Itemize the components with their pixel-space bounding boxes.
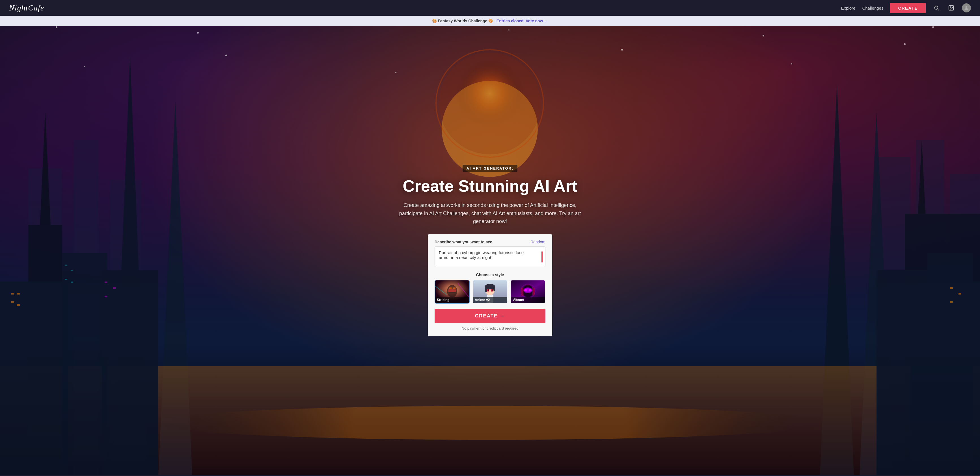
svg-rect-63 xyxy=(113,287,116,289)
svg-point-22 xyxy=(932,26,934,28)
svg-point-25 xyxy=(395,72,396,73)
svg-point-0 xyxy=(934,6,938,10)
style-item-anime[interactable]: Anime v2 xyxy=(473,280,508,303)
hero-subtitle-label: AI ART GENERATOR: xyxy=(463,165,518,172)
style-item-vibrant[interactable]: Vibrant xyxy=(511,280,546,303)
style-name-anime: Anime v2 xyxy=(473,297,507,303)
svg-rect-57 xyxy=(950,301,953,303)
svg-point-89 xyxy=(529,289,531,292)
hero-title: Create Stunning AI Art xyxy=(394,177,586,195)
svg-rect-56 xyxy=(959,293,961,295)
svg-rect-76 xyxy=(485,287,487,292)
svg-rect-60 xyxy=(65,279,67,280)
no-payment-notice: No payment or credit card required xyxy=(434,326,546,330)
style-grid: Striking xyxy=(434,280,546,303)
hero-description: Create amazing artworks in seconds using… xyxy=(394,201,586,225)
site-logo[interactable]: NightCafe xyxy=(9,3,44,13)
banner-challenge-name: Fantasy Worlds Challenge xyxy=(438,19,487,23)
style-item-striking[interactable]: Striking xyxy=(434,280,469,303)
svg-rect-47 xyxy=(102,270,158,475)
svg-point-28 xyxy=(904,43,906,45)
svg-rect-61 xyxy=(71,281,73,282)
svg-point-81 xyxy=(492,289,493,290)
svg-rect-50 xyxy=(910,281,980,475)
svg-point-88 xyxy=(524,289,527,292)
svg-rect-64 xyxy=(105,296,107,297)
svg-rect-62 xyxy=(105,281,107,283)
nav-create-button[interactable]: CREATE xyxy=(890,3,926,13)
navbar-right: Explore Challenges CREATE xyxy=(841,3,971,13)
svg-rect-52 xyxy=(17,293,20,295)
svg-rect-46 xyxy=(62,253,107,475)
svg-point-11 xyxy=(56,26,57,28)
style-name-striking: Striking xyxy=(435,297,469,303)
banner-icon-right: 🎨 xyxy=(488,19,493,23)
user-avatar[interactable] xyxy=(962,3,971,13)
random-link[interactable]: Random xyxy=(530,240,546,244)
svg-point-20 xyxy=(762,35,764,36)
hero-section: AI ART GENERATOR: Create Stunning AI Art… xyxy=(0,26,980,475)
explore-nav-link[interactable]: Explore xyxy=(841,6,856,11)
svg-point-4 xyxy=(966,6,967,8)
svg-point-24 xyxy=(225,54,227,56)
svg-point-80 xyxy=(488,289,489,290)
svg-rect-67 xyxy=(448,289,456,292)
svg-rect-69 xyxy=(453,287,455,289)
svg-point-26 xyxy=(621,49,623,51)
banner-icon-left: 🎨 xyxy=(432,19,437,23)
search-icon[interactable] xyxy=(932,4,940,12)
textarea-scroll-bar xyxy=(541,251,542,263)
prompt-input[interactable] xyxy=(434,246,546,266)
svg-point-8 xyxy=(439,52,541,154)
svg-point-3 xyxy=(950,6,951,7)
svg-rect-55 xyxy=(950,287,953,289)
prompt-label: Describe what you want to see xyxy=(434,240,492,244)
create-button[interactable]: CREATE → xyxy=(434,309,546,324)
prompt-textarea-wrapper xyxy=(434,246,546,267)
svg-point-9 xyxy=(650,26,980,157)
svg-rect-45 xyxy=(0,281,68,475)
svg-point-17 xyxy=(508,29,509,30)
svg-rect-58 xyxy=(65,265,67,266)
style-label: Choose a style xyxy=(434,273,546,277)
svg-rect-90 xyxy=(521,287,523,296)
banner-vote-link[interactable]: Entries closed. Vote now → xyxy=(496,19,548,23)
form-label-row: Describe what you want to see Random xyxy=(434,240,546,244)
svg-rect-68 xyxy=(449,287,452,289)
navbar: NightCafe Explore Challenges CREATE xyxy=(0,0,980,16)
svg-point-10 xyxy=(0,26,283,157)
challenges-nav-link[interactable]: Challenges xyxy=(862,6,883,11)
prompt-form: Describe what you want to see Random Cho… xyxy=(428,234,552,336)
image-search-icon[interactable] xyxy=(947,4,955,12)
challenge-banner: 🎨 Fantasy Worlds Challenge 🎨 Entries clo… xyxy=(0,16,980,26)
svg-point-44 xyxy=(150,406,829,440)
svg-point-13 xyxy=(197,32,199,33)
svg-point-23 xyxy=(84,66,85,67)
svg-rect-51 xyxy=(11,293,14,295)
svg-rect-53 xyxy=(11,301,14,303)
svg-rect-77 xyxy=(493,287,495,291)
hero-content: AI ART GENERATOR: Create Stunning AI Art… xyxy=(388,165,592,336)
style-name-vibrant: Vibrant xyxy=(511,297,545,303)
svg-rect-59 xyxy=(71,270,73,271)
svg-line-1 xyxy=(938,9,939,11)
svg-point-27 xyxy=(791,63,792,65)
svg-rect-54 xyxy=(17,304,20,306)
svg-rect-70 xyxy=(449,292,455,294)
